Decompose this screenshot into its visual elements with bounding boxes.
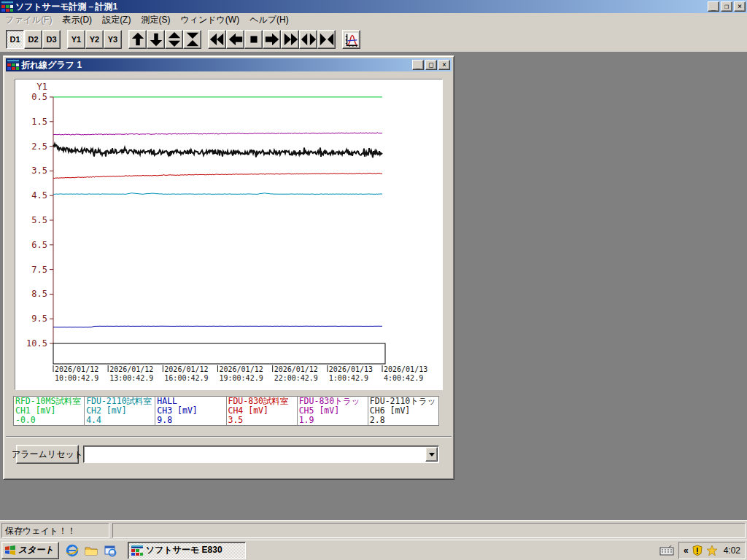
status-panel-empty (112, 523, 746, 538)
collapse-chevron-icon[interactable]: « (684, 545, 689, 556)
task-button-softthermo[interactable]: ソフトサーモ E830 (128, 542, 246, 559)
combobox-dropdown-button[interactable] (425, 447, 438, 462)
alarm-reset-button[interactable]: アラームリセット (16, 445, 79, 464)
series-line-ch5 (53, 133, 382, 135)
main-window-title: ソフトサーモ計測－計測1 (15, 1, 708, 13)
y-tick-label: 2.5 (31, 141, 47, 152)
graph-window: 折れ線グラフ 1 _ □ × Y10.51.52.53.54.55.56.57.… (3, 55, 454, 480)
step-forward-button[interactable] (263, 30, 281, 49)
alarm-combobox-value (84, 446, 425, 462)
x-tick-date: 2026/01/12 (164, 365, 208, 373)
graph-maximize-button[interactable]: □ (425, 60, 437, 70)
compress-vertical-icon (185, 31, 201, 47)
restore-button[interactable]: ❐ (721, 1, 732, 12)
security-shield-icon[interactable] (692, 545, 703, 556)
start-button[interactable]: スタート (1, 542, 59, 559)
mdi-workspace: 折れ線グラフ 1 _ □ × Y10.51.52.53.54.55.56.57.… (0, 52, 747, 520)
graph-close-button[interactable]: × (438, 60, 450, 70)
line-chart-panel: Y10.51.52.53.54.55.56.57.58.59.510.52026… (15, 79, 443, 390)
folder-icon[interactable] (84, 543, 98, 558)
system-tray: « 4:02 (678, 542, 746, 559)
menu-file[interactable]: ファイル(F) (0, 12, 57, 28)
event-box (53, 343, 385, 364)
series-line-ch4 (53, 173, 382, 178)
task-button-label: ソフトサーモ E830 (146, 544, 222, 556)
graph-window-icon (7, 59, 19, 71)
series-line-ch2 (53, 193, 382, 195)
keyboard-icon[interactable] (659, 545, 674, 556)
legend-value: 4.4 (86, 416, 153, 425)
scroll-up-button[interactable] (128, 30, 147, 49)
toolbar-button-d2[interactable]: D2 (24, 30, 42, 49)
status-message: 保存ウェイト！！ (1, 523, 109, 538)
toolbar-button-y1[interactable]: Y1 (67, 30, 85, 49)
y-tick-label: 0.5 (31, 92, 47, 102)
main-titlebar: ソフトサーモ計測－計測1 _ ❐ × (0, 0, 747, 13)
star-icon[interactable] (706, 545, 718, 556)
compress-vertical-button[interactable] (183, 30, 201, 49)
legend-value: 9.8 (157, 416, 224, 425)
x-tick-time: 4:00:42.9 (384, 374, 423, 382)
y-axis-label: Y1 (37, 82, 47, 92)
toolbar-button-d3[interactable]: D3 (42, 30, 61, 49)
graph-window-client: Y10.51.52.53.54.55.56.57.58.59.510.52026… (6, 71, 452, 474)
y-tick-label: 6.5 (31, 240, 47, 250)
expand-vertical-button[interactable] (165, 30, 183, 49)
legend-channel-3: HALLCH3 [mV]9.8 (155, 397, 226, 425)
legend-channel-6: FDU-2110トラッCH6 [mV]2.8 (368, 397, 438, 425)
y-tick-label: 9.5 (31, 314, 47, 324)
step-forward-icon (264, 31, 280, 47)
fast-rewind-button[interactable] (208, 30, 226, 49)
x-tick-time: 1:00:42.9 (329, 374, 368, 382)
graph-minimize-button[interactable]: _ (412, 60, 424, 70)
legend-value: -0.0 (15, 416, 82, 425)
toolbar-button-y3[interactable]: Y3 (104, 30, 122, 49)
x-tick-time: 22:00:42.9 (274, 374, 318, 382)
legend-channel-2: FDU-2110試料室CH2 [mV]4.4 (85, 397, 155, 425)
toolbar-button-y2[interactable]: Y2 (85, 30, 104, 49)
taskbar-clock: 4:02 (724, 545, 740, 556)
compress-horizontal-button[interactable] (317, 30, 336, 49)
graph-window-title: 折れ線グラフ 1 (21, 59, 412, 71)
legend-value: 1.9 (299, 416, 366, 425)
y-tick-label: 7.5 (31, 265, 47, 275)
menu-bar: ファイル(F) 表示(D) 設定(Z) 測定(S) ウィンドウ(W) ヘルプ(H… (0, 13, 747, 27)
graph-settings-button[interactable] (342, 30, 360, 49)
scroll-up-icon (130, 31, 146, 47)
x-tick-date: 2026/01/12 (274, 365, 318, 373)
x-tick-date: 2026/01/12 (109, 365, 153, 373)
legend-channel-4: FDU-830試料室CH4 [mV]3.5 (227, 397, 298, 425)
x-tick-date: 2026/01/12 (220, 365, 263, 373)
graph-window-titlebar: 折れ線グラフ 1 _ □ × (6, 58, 452, 71)
toolbar-button-d1[interactable]: D1 (6, 30, 24, 49)
series-line-ch6 (53, 144, 382, 158)
menu-window[interactable]: ウィンドウ(W) (175, 12, 244, 28)
x-tick-time: 10:00:42.9 (55, 374, 98, 382)
legend-value: 3.5 (228, 416, 295, 425)
chevron-down-icon (429, 453, 435, 456)
scroll-down-button[interactable] (147, 30, 165, 49)
menu-help[interactable]: ヘルプ(H) (244, 12, 294, 28)
scroll-down-icon (148, 31, 164, 47)
toolbar: D1 D2 D3 Y1 Y2 Y3 (0, 27, 747, 52)
x-tick-date: 2026/01/13 (329, 365, 373, 373)
stop-button[interactable] (244, 30, 263, 49)
outlook-express-icon[interactable] (103, 543, 117, 558)
menu-settings[interactable]: 設定(Z) (97, 12, 136, 28)
alarm-combobox[interactable] (83, 446, 439, 463)
taskbar: スタート (0, 540, 747, 560)
expand-horizontal-button[interactable] (299, 30, 317, 49)
expand-vertical-icon (166, 31, 182, 47)
compress-horizontal-icon (319, 31, 335, 47)
step-back-button[interactable] (226, 30, 244, 49)
internet-explorer-icon[interactable] (65, 543, 80, 558)
x-tick-date: 2026/01/12 (55, 365, 98, 373)
y-tick-label: 8.5 (31, 289, 47, 299)
menu-measure[interactable]: 測定(S) (136, 12, 175, 28)
close-button[interactable]: × (734, 1, 746, 12)
series-line-ch3 (53, 326, 382, 327)
fast-forward-button[interactable] (281, 30, 299, 49)
menu-view[interactable]: 表示(D) (57, 12, 97, 28)
minimize-button[interactable]: _ (708, 1, 719, 12)
legend-channel-5: FDU-830トラッCH5 [mV]1.9 (298, 397, 368, 425)
